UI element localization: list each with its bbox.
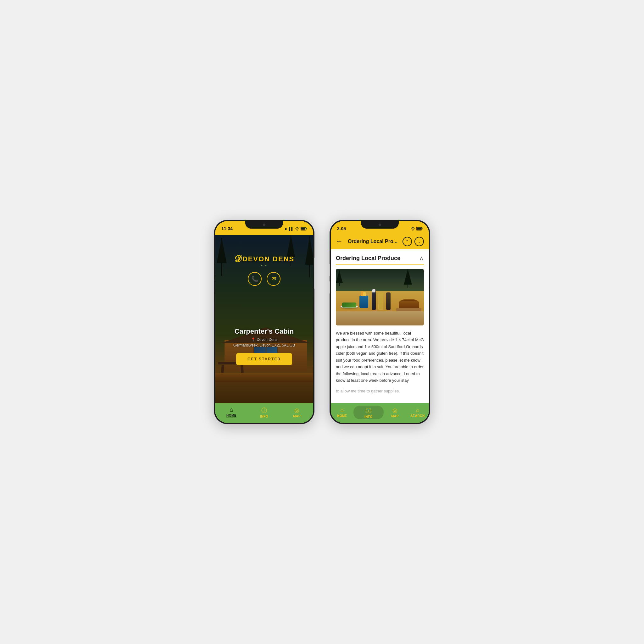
- glass: [378, 292, 383, 310]
- nav-down-button[interactable]: ⌄: [414, 237, 424, 246]
- phone-1: 11:34 ▶ ▌▌: [214, 220, 314, 424]
- tab-map-label-2: MAP: [391, 414, 399, 418]
- get-started-button[interactable]: GET STARTED: [236, 353, 292, 365]
- food-image: [336, 269, 424, 325]
- collapse-icon[interactable]: ∧: [419, 254, 424, 262]
- vase: [359, 296, 368, 308]
- tab-info-1[interactable]: ⓘ INFO: [248, 407, 280, 418]
- gravel: [336, 311, 424, 325]
- tab-map-label-1: MAP: [293, 414, 301, 418]
- tab-bar-2: ⌂ HOME ⓘ INFO ◎ MAP ⌕ SEARCH: [331, 403, 429, 423]
- cutting-board: [396, 308, 421, 311]
- signal-icon: ▌▌: [289, 227, 294, 230]
- phone1-main-content: 𝒟 DEVON DENS ✦ ✦ 📞 ✉ Carp: [215, 235, 313, 403]
- produce-body-text: We are blessed with some beautiful, loca…: [336, 330, 424, 388]
- tab-map-1[interactable]: ◎ MAP: [280, 407, 313, 418]
- logo-row: 𝒟 DEVON DENS: [234, 254, 294, 264]
- search-icon-2: ⌕: [416, 407, 419, 414]
- status-icons-1: ▶ ▌▌: [285, 227, 307, 231]
- back-button[interactable]: ←: [336, 237, 343, 246]
- section-divider: [336, 264, 424, 265]
- info-icon-2: ⓘ: [366, 407, 371, 414]
- img-tree2: [408, 269, 408, 288]
- logo-bird: 𝒟: [234, 254, 241, 264]
- table-leg2: [241, 365, 244, 373]
- svg-rect-2: [306, 228, 307, 229]
- content-section-2: Ordering Local Produce ∧: [331, 249, 429, 398]
- map-icon-2: ◎: [392, 407, 397, 414]
- side-button-power-2: [430, 267, 430, 289]
- tab-home-1[interactable]: ⌂ HOME: [215, 407, 248, 418]
- wifi-icon-2: [411, 227, 415, 230]
- home-icon-2: ⌂: [341, 407, 344, 414]
- section-title: Ordering Local Produce: [336, 255, 400, 262]
- cabin-name: Carpenter's Cabin: [215, 327, 313, 336]
- bread-score: [402, 300, 416, 301]
- cabin-location: 📍 Devon Dens Germansweek, Devon EX21 5AL…: [215, 337, 313, 348]
- tab-info-label-1: INFO: [260, 415, 268, 418]
- tab-search-2[interactable]: ⌕ SEARCH: [406, 407, 429, 418]
- location-icon: ▶: [285, 227, 287, 231]
- tab-map-2[interactable]: ◎ MAP: [384, 407, 406, 418]
- side-button-mute: [214, 264, 214, 276]
- svg-rect-5: [422, 228, 423, 229]
- map-icon-1: ◎: [294, 407, 299, 414]
- tab-bar-1: ⌂ HOME ⓘ INFO ◎ MAP: [215, 403, 313, 423]
- table-leg1: [221, 365, 224, 373]
- logo-tagline: ✦ ✦: [261, 264, 268, 267]
- phone-icon-circle[interactable]: 📞: [248, 272, 262, 286]
- camera-2: [379, 224, 381, 226]
- plate: [341, 305, 358, 308]
- tab-home-label-2: HOME: [337, 414, 347, 418]
- tab-home-label-1: HOME: [226, 414, 236, 418]
- phones-container: 11:34 ▶ ▌▌: [214, 220, 430, 424]
- nav-up-button[interactable]: ⌃: [403, 237, 412, 246]
- pepper-grinder: [386, 292, 391, 310]
- location-pin-icon: 📍: [251, 337, 256, 342]
- back-arrow-icon: ←: [336, 237, 343, 246]
- tab-search-label-2: SEARCH: [410, 414, 425, 418]
- bread: [399, 299, 419, 309]
- phone-1-screen: 11:34 ▶ ▌▌: [215, 221, 313, 423]
- side-button-power: [314, 267, 314, 289]
- side-button-volume-2: [330, 281, 330, 294]
- bottle: [372, 289, 376, 310]
- tab-info-2[interactable]: ⓘ INFO: [353, 406, 384, 419]
- status-bar-2: 3:05: [331, 221, 429, 235]
- status-bar-1: 11:34 ▶ ▌▌: [215, 221, 313, 235]
- info-icon-1: ⓘ: [261, 407, 267, 414]
- app-header-2: ← Ordering Local Pro... ⌃ ⌄: [331, 235, 429, 249]
- cabin-info: Carpenter's Cabin 📍 Devon Dens Germanswe…: [215, 327, 313, 365]
- home-icon-1: ⌂: [230, 407, 233, 413]
- content-area-2[interactable]: Ordering Local Produce ∧: [331, 249, 429, 403]
- battery-icon-2: [416, 227, 423, 230]
- tab-info-label-2: INFO: [364, 415, 373, 419]
- status-icons-2: [411, 227, 423, 230]
- phone-2-screen: 3:05 ← Ordering Local Pro...: [331, 221, 429, 423]
- section-header: Ordering Local Produce ∧: [336, 254, 424, 262]
- tulip-2: [363, 292, 366, 296]
- nav-arrows: ⌃ ⌄: [403, 237, 424, 246]
- chevron-down-icon: ⌄: [418, 239, 421, 244]
- status-time-2: 3:05: [337, 226, 346, 231]
- side-button-mute-2: [330, 264, 330, 276]
- food-table-surface: [336, 291, 424, 325]
- svg-rect-1: [301, 228, 305, 230]
- bottle-cap: [372, 289, 375, 292]
- logo-icons-row: 📞 ✉: [248, 272, 280, 286]
- tab-home-2[interactable]: ⌂ HOME: [331, 407, 353, 418]
- camera: [263, 224, 265, 226]
- ground: [215, 373, 313, 382]
- salad: [342, 303, 356, 308]
- wifi-icon: [295, 227, 299, 230]
- logo-text: DEVON DENS: [242, 255, 294, 263]
- phone-2: 3:05 ← Ordering Local Pro...: [330, 220, 430, 424]
- battery-icon: [301, 227, 307, 230]
- chevron-up-icon: ⌃: [406, 239, 409, 244]
- produce-faded-text: to allow me time to gather supplies.: [336, 388, 424, 398]
- status-time-1: 11:34: [221, 226, 233, 231]
- svg-rect-4: [417, 228, 421, 230]
- logo-area: 𝒟 DEVON DENS ✦ ✦ 📞 ✉: [215, 254, 313, 286]
- message-icon-circle[interactable]: ✉: [267, 272, 280, 286]
- phone-icon: 📞: [251, 275, 258, 282]
